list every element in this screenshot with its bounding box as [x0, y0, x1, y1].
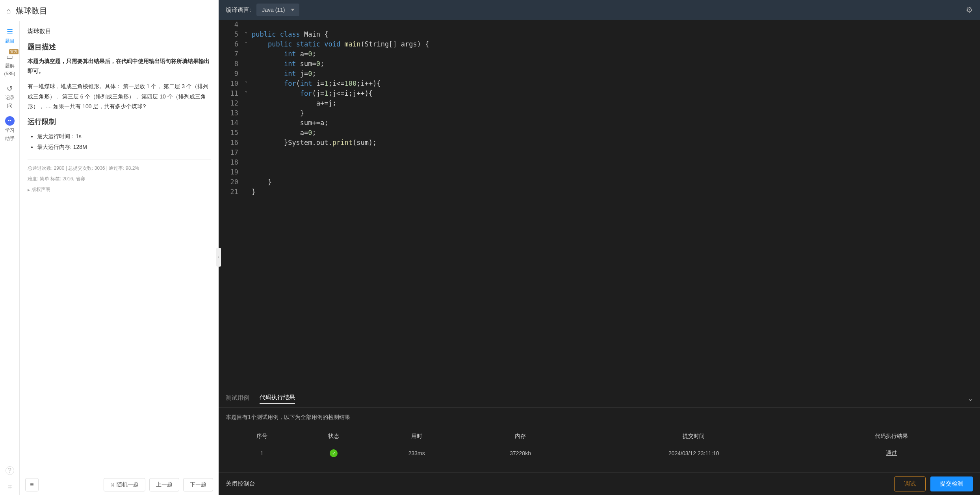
run-limits-list: 最大运行时间：1s 最大运行内存: 128M [28, 131, 211, 152]
sidebar-item-label: 题解 [5, 63, 15, 69]
chevron-right-icon: ▸ [28, 187, 30, 193]
cell-result: 通过 [811, 445, 972, 462]
col-status: 状态 [298, 429, 369, 444]
col-index: 序号 [226, 429, 297, 444]
menu-icon: ≡ [30, 481, 33, 488]
left-footer: ≡ ⤮ 随机一题 上一题 下一题 [20, 474, 219, 495]
results-panel: 测试用例 代码执行结果 ⌄ 本题目有1个测试用例，以下为全部用例的检测结果 序号… [219, 390, 980, 472]
random-button[interactable]: ⤮ 随机一题 [104, 478, 145, 491]
history-icon: ↺ [7, 84, 13, 93]
col-submit: 提交时间 [577, 429, 810, 444]
sidebar-item-history[interactable]: ↺ 记录 (5) [0, 80, 19, 112]
results-table: 序号 状态 用时 内存 提交时间 代码执行结果 1 ✓ 233ms 37228k… [226, 428, 973, 463]
sidebar-item-sub: 助手 [5, 135, 15, 142]
sidebar-item-count: (585) [4, 71, 15, 76]
code-editor[interactable]: 456789101112131415161718192021 ˅˅˅˅ publ… [219, 20, 980, 390]
editor-panel: 编译语言: Java (11) ⚙ 4567891011121314151617… [219, 0, 980, 495]
section-desc-title: 题目描述 [28, 42, 211, 52]
bot-icon: •• [5, 116, 15, 126]
sidebar-item-label: 题目 [5, 38, 15, 44]
split-handle[interactable]: ‹ [216, 248, 221, 267]
page-title: 煤球数目 [16, 6, 47, 16]
fill-blank-note: 本题为填空题，只需要算出结果后，在代码中使用输出语句将所填结果输出即可。 [28, 56, 211, 76]
limit-time: 最大运行时间：1s [37, 131, 211, 142]
stats-line: 总通过次数: 2980 | 总提交次数: 3036 | 通过率: 98.2% [28, 165, 211, 172]
language-select[interactable]: Java (11) [256, 4, 299, 16]
help-icon[interactable]: ? [6, 466, 14, 475]
problem-name: 煤球数目 [28, 28, 211, 35]
cell-time: 233ms [370, 445, 463, 462]
prev-button[interactable]: 上一题 [149, 478, 179, 491]
results-note: 本题目有1个测试用例，以下为全部用例的检测结果 [226, 414, 973, 421]
col-time: 用时 [370, 429, 463, 444]
col-result: 代码执行结果 [811, 429, 972, 444]
cell-status: ✓ [298, 445, 369, 462]
submit-button[interactable]: 提交检测 [930, 476, 973, 491]
sidebar-item-solutions[interactable]: 官方 ▭ 题解 (585) [0, 48, 19, 80]
limit-memory: 最大运行内存: 128M [37, 142, 211, 152]
sidebar-item-label: 学习 [5, 127, 15, 134]
copyright-toggle[interactable]: ▸ 版权声明 [28, 186, 211, 193]
problem-panel: ⌂ 煤球数目 ‹ 煤球数目 题目描述 本题为填空题，只需要算出结果后，在代码中使… [20, 0, 219, 495]
result-link[interactable]: 通过 [886, 450, 897, 456]
tab-result[interactable]: 代码执行结果 [260, 394, 295, 404]
tab-testcase[interactable]: 测试用例 [226, 394, 249, 403]
debug-button[interactable]: 调试 [894, 476, 926, 491]
sidebar-item-problem[interactable]: ☰ 题目 [0, 24, 19, 48]
close-console-button[interactable]: 关闭控制台 [226, 480, 255, 488]
editor-header: 编译语言: Java (11) ⚙ [219, 0, 980, 20]
cell-index: 1 [226, 445, 297, 462]
chevron-down-icon[interactable]: ⌄ [968, 395, 973, 402]
cell-mem: 37228kb [464, 445, 576, 462]
stairs-icon[interactable]: ⌗ [8, 483, 12, 491]
next-button[interactable]: 下一题 [183, 478, 213, 491]
lang-label: 编译语言: [226, 6, 251, 14]
sidebar-item-assistant[interactable]: •• 学习 助手 [0, 112, 19, 146]
meta-line: 难度: 简单 标签: 2016, 省赛 [28, 176, 211, 182]
sidebar-item-count: (5) [7, 103, 13, 108]
check-icon: ✓ [330, 449, 338, 457]
home-icon[interactable]: ⌂ [6, 6, 11, 15]
right-footer: 关闭控制台 调试 提交检测 [219, 472, 980, 495]
shuffle-icon: ⤮ [110, 482, 115, 488]
left-nav-sidebar: ☰ 题目 官方 ▭ 题解 (585) ↺ 记录 (5) •• 学习 助手 ? ⌗ [0, 0, 20, 495]
list-icon: ☰ [7, 28, 13, 36]
problem-list-button[interactable]: ≡ [25, 478, 39, 491]
table-row: 1 ✓ 233ms 37228kb 2024/03/12 23:11:10 通过 [226, 445, 972, 462]
col-mem: 内存 [464, 429, 576, 444]
gear-icon[interactable]: ⚙ [966, 5, 973, 15]
cell-submit: 2024/03/12 23:11:10 [577, 445, 810, 462]
section-limit-title: 运行限制 [28, 117, 211, 126]
panel-header: ⌂ 煤球数目 [0, 0, 219, 21]
problem-description: 有一堆煤球，堆成三角棱锥形。具体： 第一层放 1 个， 第二层 3 个（排列成三… [28, 82, 211, 111]
sidebar-item-label: 记录 [5, 95, 15, 101]
official-badge: 官方 [9, 49, 19, 54]
